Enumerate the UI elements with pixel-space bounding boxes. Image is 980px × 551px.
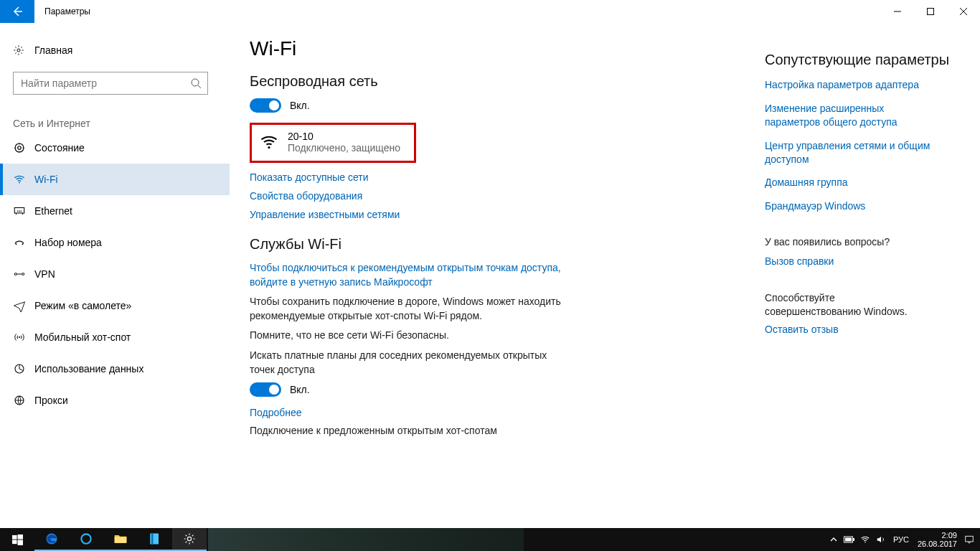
titlebar: Параметры [0, 0, 980, 23]
link-show-networks[interactable]: Показать доступные сети [250, 171, 750, 183]
search-input[interactable] [13, 72, 208, 95]
network-status: Подключено, защищено [288, 142, 400, 154]
link-more[interactable]: Подробнее [250, 407, 750, 418]
note-icon [148, 532, 162, 546]
content: Wi-Fi Беспроводная сеть Вкл. 20-10 Подкл… [230, 23, 765, 528]
svg-point-9 [14, 273, 17, 276]
sidebar-item-airplane[interactable]: Режим «в самолете» [0, 290, 230, 321]
right-rail: Сопутствующие параметры Настройка параме… [765, 23, 980, 528]
vpn-icon [13, 268, 34, 281]
tray-time: 2:09 [918, 531, 957, 540]
sidebar-item-wifi[interactable]: Wi-Fi [0, 164, 230, 195]
edge-icon [44, 532, 59, 546]
svg-rect-18 [17, 540, 23, 545]
tray-chevron[interactable] [826, 528, 842, 551]
sidebar: Главная Сеть и Интернет Состояние Wi-Fi … [0, 23, 230, 528]
sidebar-item-dialup[interactable]: Набор номера [0, 227, 230, 258]
sidebar-category: Сеть и Интернет [0, 102, 230, 132]
sidebar-item-proxy[interactable]: Прокси [0, 385, 230, 416]
minimize-button[interactable] [881, 0, 914, 23]
svg-rect-16 [17, 534, 23, 540]
taskbar-edge[interactable] [34, 528, 69, 551]
tray-notifications[interactable] [961, 528, 977, 551]
rail-link-network-center[interactable]: Центр управления сетями и общим доступом [765, 139, 937, 166]
taskbar-app-1[interactable] [69, 528, 103, 551]
wifi-toggle[interactable] [250, 98, 281, 113]
paid-plans-toggle[interactable] [250, 382, 281, 397]
taskbar-explorer[interactable] [103, 528, 138, 551]
paid-plans-toggle-label: Вкл. [290, 384, 310, 395]
sidebar-item-label: VPN [34, 268, 55, 280]
svg-point-8 [22, 243, 24, 245]
sidebar-item-datausage[interactable]: Использование данных [0, 353, 230, 385]
close-button[interactable] [947, 0, 980, 23]
rail-link-feedback[interactable]: Оставить отзыв [765, 323, 937, 336]
tray-volume-icon[interactable] [873, 528, 889, 551]
search-icon [190, 77, 202, 89]
svg-rect-21 [115, 537, 127, 543]
back-button[interactable] [0, 0, 34, 23]
svg-rect-0 [928, 9, 934, 15]
rail-link-homegroup[interactable]: Домашняя группа [765, 176, 937, 189]
sidebar-item-label: Мобильный хот-спот [34, 331, 131, 343]
maximize-button[interactable] [914, 0, 947, 23]
wireless-section-heading: Беспроводная сеть [250, 73, 750, 90]
tray-clock[interactable]: 2:09 26.08.2017 [913, 531, 961, 548]
taskbar-preview-area [208, 528, 524, 551]
link-signin-ms[interactable]: Чтобы подключиться к рекомендуемым откры… [250, 261, 565, 289]
svg-point-4 [18, 146, 22, 150]
arrow-left-icon [11, 6, 23, 17]
tray-language[interactable]: РУС [889, 535, 913, 544]
sidebar-item-hotspot[interactable]: Мобильный хот-спот [0, 321, 230, 353]
rail-link-sharing[interactable]: Изменение расширенных параметров общего … [765, 102, 937, 129]
svg-rect-26 [853, 538, 854, 541]
sidebar-item-vpn[interactable]: VPN [0, 258, 230, 290]
svg-rect-29 [966, 536, 974, 542]
wifi-signal-icon [259, 132, 279, 152]
sidebar-item-label: Состояние [34, 142, 85, 154]
start-button[interactable] [0, 528, 34, 551]
wifi-icon [13, 173, 34, 186]
wifi-toggle-label: Вкл. [290, 100, 310, 111]
proxy-icon [13, 394, 34, 407]
svg-point-1 [17, 49, 20, 52]
help-heading: У вас появились вопросы? [765, 236, 963, 248]
sidebar-item-label: Wi-Fi [34, 174, 58, 185]
sidebar-item-label: Прокси [34, 395, 68, 406]
page-title: Wi-Fi [250, 37, 750, 60]
dialup-icon [13, 236, 34, 249]
rail-link-help[interactable]: Вызов справки [765, 255, 937, 268]
window-title: Параметры [34, 6, 90, 17]
svg-point-7 [16, 243, 17, 245]
tray-battery-icon[interactable] [842, 528, 857, 551]
ethernet-icon [13, 204, 34, 217]
link-hardware-props[interactable]: Свойства оборудования [250, 190, 750, 202]
sidebar-item-label: Ethernet [34, 205, 72, 217]
svg-point-5 [19, 182, 20, 184]
taskbar-app-2[interactable] [138, 528, 172, 551]
taskbar-settings[interactable] [172, 528, 207, 551]
tray-wifi-icon[interactable] [857, 528, 873, 551]
sidebar-item-status[interactable]: Состояние [0, 132, 230, 164]
rail-link-adapter[interactable]: Настройка параметров адаптера [765, 78, 937, 92]
circle-icon [79, 532, 93, 546]
related-settings-heading: Сопутствующие параметры [765, 52, 963, 68]
svg-rect-15 [12, 534, 17, 539]
paid-plans-toggle-row: Вкл. [250, 382, 750, 397]
current-network[interactable]: 20-10 Подключено, защищено [250, 123, 416, 163]
search-field[interactable] [21, 77, 190, 89]
folder-icon [113, 532, 128, 546]
wifi-services-heading: Службы Wi-Fi [250, 236, 750, 253]
feedback-heading: Способствуйте совершенствованию Windows. [765, 291, 930, 319]
sidebar-item-ethernet[interactable]: Ethernet [0, 195, 230, 227]
status-icon [13, 141, 34, 154]
link-manage-known[interactable]: Управление известными сетями [250, 209, 750, 220]
windows-icon [12, 534, 23, 545]
taskbar: РУС 2:09 26.08.2017 [0, 528, 980, 551]
rail-link-firewall[interactable]: Брандмауэр Windows [765, 199, 937, 213]
svg-rect-23 [151, 534, 154, 545]
sidebar-item-label: Набор номера [34, 237, 102, 248]
hotspot-icon [13, 331, 34, 344]
sidebar-home[interactable]: Главная [0, 36, 230, 65]
datausage-icon [13, 362, 34, 375]
